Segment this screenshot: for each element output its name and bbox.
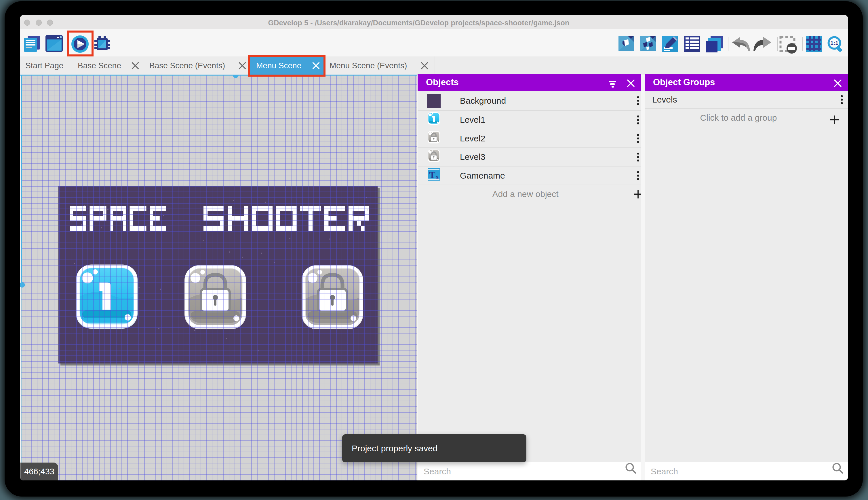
svg-text:T: T — [429, 170, 435, 180]
svg-text:1:1: 1:1 — [830, 40, 838, 46]
svg-text:x: x — [436, 174, 438, 180]
